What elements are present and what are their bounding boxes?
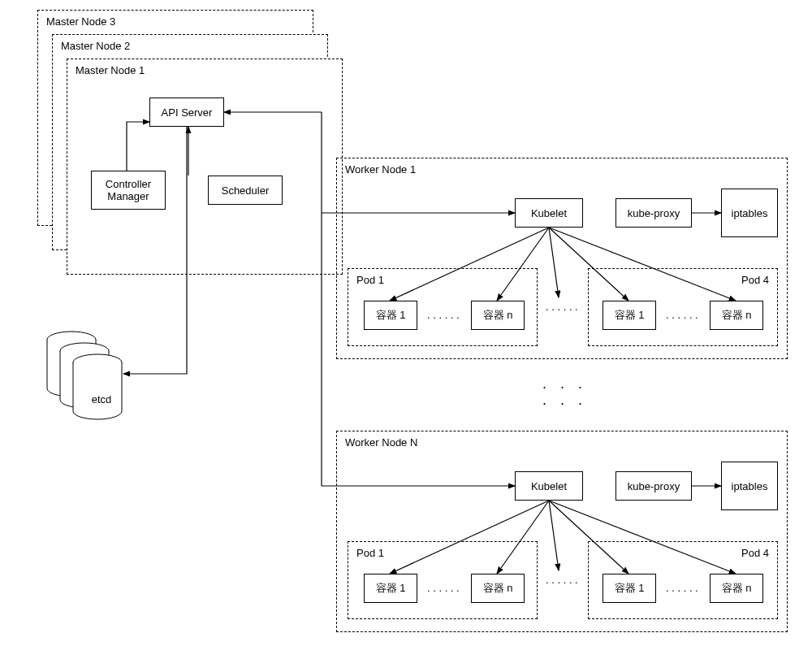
diagram-root: Master Node 3 Master Node 2 Master Node … bbox=[0, 0, 812, 659]
arrows-layer bbox=[0, 0, 812, 659]
